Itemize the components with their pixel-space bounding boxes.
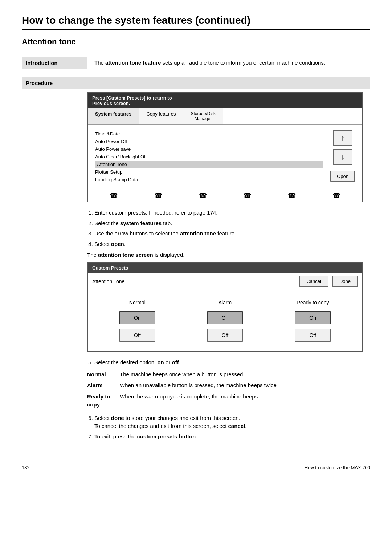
page-footer: 182 How to customize the MAX 200 xyxy=(22,462,370,470)
introduction-content: The attention tone feature sets up an au… xyxy=(87,57,370,69)
phone-icon-6: ☎ xyxy=(332,191,340,199)
list-item-plotter-setup[interactable]: Plotter Setup xyxy=(95,168,323,176)
cancel-button[interactable]: Cancel xyxy=(299,276,328,287)
intro-text: sets up an audible tone to inform you of… xyxy=(161,60,325,66)
list-item-loading-stamp[interactable]: Loading Stamp Data xyxy=(95,176,323,183)
system-features-panel: Press [Custom Presets] to return to Prev… xyxy=(87,92,363,202)
description-table: Normal The machine beeps once when a but… xyxy=(87,370,363,409)
panel-body: Time &Date Auto Power Off Auto Power sav… xyxy=(88,125,362,189)
arrow-up-button[interactable]: ↑ xyxy=(333,130,352,146)
custom-panel-title-row: Attention Tone Cancel Done xyxy=(88,273,362,290)
arrow-down-button[interactable]: ↓ xyxy=(333,149,352,165)
term-alarm: Alarm xyxy=(87,381,120,390)
tone-column-normal: Normal On Off xyxy=(94,296,181,345)
steps-list-2: Select the desired option; on or off. xyxy=(87,358,363,367)
tab-storage-disk[interactable]: Storage/DiskManager xyxy=(183,108,223,124)
desc-ready: Ready tocopy When the warm-up cycle is c… xyxy=(87,393,363,409)
feature-list: Time &Date Auto Power Off Auto Power sav… xyxy=(91,128,327,185)
list-item-time-date[interactable]: Time &Date xyxy=(95,130,323,138)
attention-tone-label: Attention Tone xyxy=(92,279,295,284)
section-subtitle: Attention tone xyxy=(22,37,370,49)
step4-bold: open xyxy=(111,241,124,247)
step-2: Select the system features tab. xyxy=(94,219,363,228)
list-item-auto-power-save[interactable]: Auto Power save xyxy=(95,145,323,153)
term-ready: Ready tocopy xyxy=(87,393,120,409)
phone-icon-3: ☎ xyxy=(199,191,207,199)
tone-ready-label: Ready to copy xyxy=(297,300,329,305)
step-3: Use the arrow buttons to select the atte… xyxy=(94,230,363,238)
normal-on-button[interactable]: On xyxy=(119,311,155,324)
panel-header-line1: Press [Custom Presets] to return to xyxy=(92,95,358,101)
def-normal: The machine beeps once when a button is … xyxy=(120,370,363,379)
step-7: To exit, press the custom presets button… xyxy=(94,433,363,441)
tone-alarm-label: Alarm xyxy=(219,300,232,305)
done-button[interactable]: Done xyxy=(332,276,358,287)
step-4: Select open. xyxy=(94,240,363,248)
icons-row: ☎ ☎ ☎ ☎ ☎ ☎ xyxy=(88,189,362,202)
def-ready: When the warm-up cycle is complete, the … xyxy=(120,393,363,409)
tab-copy-features[interactable]: Copy features xyxy=(139,108,183,124)
custom-panel-header: Custom Presets xyxy=(88,263,362,273)
ready-off-button[interactable]: Off xyxy=(295,329,331,342)
def-alarm: When an unavailable button is pressed, t… xyxy=(120,381,363,390)
custom-presets-panel: Custom Presets Attention Tone Cancel Don… xyxy=(87,262,363,352)
panel-header: Press [Custom Presets] to return to Prev… xyxy=(88,93,362,108)
panel-tabs: System features Copy features Storage/Di… xyxy=(88,108,362,125)
arrow-controls: ↑ ↓ Open xyxy=(330,130,355,183)
attention-screen-bold: attention tone screen xyxy=(98,252,153,258)
phone-icon-5: ☎ xyxy=(288,191,296,199)
steps-list-3: Select done to store your changes and ex… xyxy=(87,414,363,441)
phone-icon-2: ☎ xyxy=(154,191,162,199)
tone-normal-label: Normal xyxy=(129,300,146,305)
steps-list: Enter custom presets. If needed, refer t… xyxy=(87,209,363,248)
step2-bold: system features xyxy=(120,220,162,226)
term-normal: Normal xyxy=(87,370,120,379)
open-button[interactable]: Open xyxy=(330,171,355,182)
phone-icon-1: ☎ xyxy=(110,191,118,199)
phone-icon-4: ☎ xyxy=(243,191,251,199)
step-1: Enter custom presets. If needed, refer t… xyxy=(94,209,363,217)
list-item-auto-clear[interactable]: Auto Clear/ Backlight Off xyxy=(95,153,323,161)
introduction-label: Introduction xyxy=(22,57,87,69)
list-item-attention-tone[interactable]: Attention Tone xyxy=(95,161,323,168)
procedure-label: Procedure xyxy=(22,77,370,89)
attention-screen-note: The attention tone screen is displayed. xyxy=(87,252,363,258)
tone-column-ready: Ready to copy On Off xyxy=(269,296,356,345)
intro-bold: attention tone feature xyxy=(105,60,161,66)
alarm-on-button[interactable]: On xyxy=(207,311,243,324)
footer-right-text: How to customize the MAX 200 xyxy=(305,465,370,470)
step-5: Select the desired option; on or off. xyxy=(94,358,363,367)
list-item-auto-power-off[interactable]: Auto Power Off xyxy=(95,138,323,145)
page-title: How to change the system features (conti… xyxy=(22,15,370,30)
tone-grid: Normal On Off Alarm On Off Ready to copy… xyxy=(88,290,362,351)
normal-off-button[interactable]: Off xyxy=(119,329,155,342)
desc-alarm: Alarm When an unavailable button is pres… xyxy=(87,381,363,390)
page-number: 182 xyxy=(22,465,30,470)
tone-column-alarm: Alarm On Off xyxy=(181,296,269,345)
alarm-off-button[interactable]: Off xyxy=(207,329,243,342)
step3-bold: attention tone xyxy=(180,230,216,236)
panel-header-line2: Previous screen. xyxy=(92,101,358,106)
ready-on-button[interactable]: On xyxy=(295,311,331,324)
step-6: Select done to store your changes and ex… xyxy=(94,414,363,430)
desc-normal: Normal The machine beeps once when a but… xyxy=(87,370,363,379)
tab-system-features[interactable]: System features xyxy=(88,108,139,124)
